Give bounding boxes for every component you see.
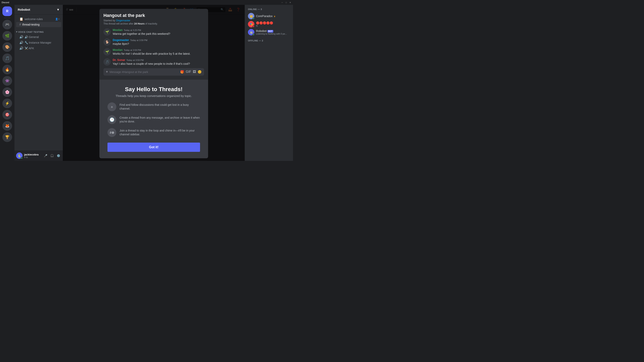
msg3-content: Moolan Today at 3:59 PM Works for me! I … <box>113 48 204 56</box>
channel-afk-label: ⚔️ AFK <box>24 47 60 50</box>
thread-preview: Hangout at the park Started by Dogemaste… <box>100 9 208 80</box>
server-icon-3[interactable]: 🎨 <box>2 42 12 52</box>
threads-intro-subtitle: Threads help you keep conversations orga… <box>116 94 192 97</box>
thread-archive-notice: This thread will archive after 24 Hours … <box>104 22 204 25</box>
server-icon-6[interactable]: 👾 <box>2 76 12 86</box>
feature1-text: Find and follow discussions that could g… <box>120 103 200 111</box>
online-header: ONLINE — 3 <box>245 5 293 12</box>
member-robobot-info: Robobot BOT Listening to Nothing with 0 … <box>256 29 290 35</box>
msg3-author: Moolan <box>113 48 122 51</box>
gif-icon[interactable]: GIF <box>186 70 191 74</box>
member-coreparadox[interactable]: 👑 CoreParadox ♛ <box>246 12 292 20</box>
server-icon-4[interactable]: 🎵 <box>2 53 12 63</box>
member-coreparadox-status <box>252 17 254 19</box>
msg1-author: Moolan <box>113 28 122 31</box>
server-icon-1[interactable]: 🎮 <box>2 20 12 29</box>
voice-icon-instance: 🔊 <box>19 41 23 44</box>
got-it-button[interactable]: Got it! <box>108 143 200 152</box>
member-coreparadox-avatar: 👑 <box>248 13 254 19</box>
member-dnd-name: 🔴🔴🔴🔴🔴 <box>256 21 290 24</box>
server-icon-10[interactable]: 🦊 <box>2 121 12 131</box>
msg1-header: Moolan Today at 3:25 PM <box>113 28 204 31</box>
msg1-content: Moolan Today at 3:25 PM Wanna get togeth… <box>113 28 204 36</box>
home-server-icon[interactable]: R <box>2 6 12 16</box>
user-status-dot <box>21 157 23 159</box>
server-icon-8[interactable]: ⚡ <box>2 98 12 108</box>
threads-intro: Say Hello to Threads! Threads help you k… <box>100 80 208 158</box>
window-controls: ─ □ ✕ <box>281 1 292 3</box>
server-name-header[interactable]: Robobot ▼ <box>14 5 63 14</box>
server-divider <box>4 18 10 18</box>
server-header-controls: ▼ <box>56 8 60 11</box>
modal-overlay: Hangout at the park Started by Dogemaste… <box>63 5 245 161</box>
server-icon-7[interactable]: 🌸 <box>2 87 12 97</box>
channel-item-thread-testing[interactable]: # thread-testing <box>16 22 61 27</box>
image-icon[interactable]: 🖼 <box>193 70 196 74</box>
thread-archive-suffix: of inactivity. <box>145 22 158 25</box>
feature3-text: Join a thread to stay in the loop and ch… <box>120 129 200 137</box>
server-icon-2[interactable]: 🌿 <box>2 31 12 41</box>
msg4-author: Dr. Sonar <box>113 58 125 61</box>
server-dropdown-icon[interactable]: ▼ <box>56 8 60 11</box>
feature3-icon: #⊕ <box>108 128 116 137</box>
bot-tag: BOT <box>268 30 273 32</box>
msg1-avatar: 🌱 <box>104 28 111 35</box>
thread-messages: 🌱 Moolan Today at 3:25 PM Wanna get toge… <box>104 28 204 66</box>
msg4-content: Dr. Sonar Today at 3:59 PM Yay! I also h… <box>113 58 204 66</box>
feature2-text: Create a thread from any message, and ar… <box>120 116 200 124</box>
headset-button[interactable]: 🎧 <box>49 153 55 158</box>
msg3-avatar: 🌱 <box>104 48 111 55</box>
member-coreparadox-info: CoreParadox ♛ <box>256 14 290 18</box>
thread-feature-2: 🕐 Create a thread from any message, and … <box>108 115 200 124</box>
gift-icon[interactable]: 🎁 <box>180 70 184 74</box>
channel-item-welcome-rules[interactable]: 📋 welcome-rules 👤+ <box>16 16 61 22</box>
thread-archive-hours: 24 Hours <box>134 22 144 25</box>
voice-icon-afk: 🔊 <box>19 46 23 50</box>
minimize-button[interactable]: ─ <box>281 1 283 3</box>
thread-input-add-icon[interactable]: + <box>106 70 108 74</box>
emoji-icon[interactable]: 😊 <box>198 70 202 74</box>
mic-button[interactable]: 🎤 <box>43 153 48 158</box>
msg3-time: Today at 3:59 PM <box>124 49 141 51</box>
server-sidebar: R 🎮 🌿 🎨 🎵 🔥 👾 🌸 ⚡ 🎯 🦊 🏆 <box>0 5 14 161</box>
msg2-content: Dogemaster Today at 3:59 PM maybe 8pm? <box>113 38 204 46</box>
member-robobot-avatar: 🤖 <box>248 29 254 35</box>
thread-author-link[interactable]: Dogemaster <box>116 19 130 22</box>
category-chevron-icon: ▾ <box>16 30 18 33</box>
right-panel: ONLINE — 3 👑 CoreParadox ♛ 🎭 🔴🔴🔴🔴🔴 hi <box>245 5 293 161</box>
channel-general-label: 🔊 General <box>24 35 60 39</box>
msg2-header: Dogemaster Today at 3:59 PM <box>113 38 204 42</box>
msg3-header: Moolan Today at 3:59 PM <box>113 48 204 51</box>
user-panel: 🐍 jackiecobra # hi 🎤 🎧 ⚙️ <box>14 150 63 161</box>
app-container: R 🎮 🌿 🎨 🎵 🔥 👾 🌸 ⚡ 🎯 🦊 🏆 Robobot ▼ 📋 welc… <box>0 5 293 161</box>
server-icon-9[interactable]: 🎯 <box>2 110 12 119</box>
member-dnd-info: 🔴🔴🔴🔴🔴 hi <box>256 21 290 27</box>
crown-icon: ♛ <box>274 15 276 17</box>
member-robobot[interactable]: 🤖 Robobot BOT Listening to Nothing with … <box>246 28 292 36</box>
server-icon-5[interactable]: 🔥 <box>2 65 12 74</box>
member-robobot-status-text: Listening to Nothing with 0 pe... <box>256 32 290 35</box>
threads-features: ＋ Find and follow discussions that could… <box>108 102 200 137</box>
close-button[interactable]: ✕ <box>289 1 292 3</box>
member-robobot-name: Robobot BOT <box>256 29 290 32</box>
channel-item-afk[interactable]: 🔊 ⚔️ AFK <box>16 45 61 51</box>
thread-message-2: 🐕 Dogemaster Today at 3:59 PM maybe 8pm? <box>104 38 204 46</box>
server-icon-11[interactable]: 🏆 <box>2 132 12 142</box>
offline-header: OFFLINE — 2 <box>245 36 293 43</box>
channel-list: 📋 welcome-rules 👤+ # thread-testing ▾ VO… <box>14 14 63 150</box>
member-dnd-status-text: hi <box>256 24 290 27</box>
channel-item-instance-manager[interactable]: 🔊 🔧 Instance Manager <box>16 40 61 45</box>
thread-message-3: 🌱 Moolan Today at 3:59 PM Works for me! … <box>104 48 204 56</box>
thread-input-placeholder[interactable]: Message #Hangout at the park <box>110 70 179 74</box>
thread-input-bar: + Message #Hangout at the park 🎁 GIF 🖼 😊 <box>104 68 204 76</box>
user-info: jackiecobra # hi <box>24 153 41 158</box>
msg4-time: Today at 3:59 PM <box>126 59 144 61</box>
user-avatar[interactable]: 🐍 <box>16 152 22 159</box>
category-voice-testing[interactable]: ▾ VOICE CHAT TESTING <box>14 27 63 34</box>
modal-combined: Hangout at the park Started by Dogemaste… <box>100 9 208 158</box>
maximize-button[interactable]: □ <box>285 1 288 3</box>
member-dnd[interactable]: 🎭 🔴🔴🔴🔴🔴 hi <box>246 20 292 28</box>
settings-button[interactable]: ⚙️ <box>56 153 61 158</box>
channel-add-member-icon: 👤+ <box>55 18 60 20</box>
channel-item-general[interactable]: 🔊 🔊 General <box>16 34 61 40</box>
